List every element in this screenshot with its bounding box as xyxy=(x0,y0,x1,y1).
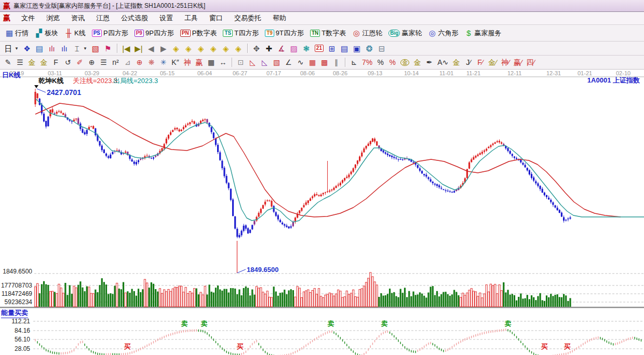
next-bar-button[interactable]: ▶ xyxy=(157,44,170,53)
web2-tool-button[interactable]: ✳ xyxy=(157,58,169,67)
gold-price2-tool-button[interactable]: 金 xyxy=(38,58,50,67)
angle-lines-tool-button[interactable]: ∠ xyxy=(283,58,294,67)
menu-tools[interactable]: 工具 xyxy=(179,12,204,24)
chart-canvas[interactable] xyxy=(0,70,644,355)
indicator-pane-title[interactable]: 能量买卖 xyxy=(1,308,28,318)
mini-chart-9-button[interactable]: ılı xyxy=(58,44,71,53)
percent-line-tool-button[interactable]: % xyxy=(386,58,398,67)
percent-tool-button[interactable]: % xyxy=(374,58,386,67)
sector-button[interactable]: ▞板块 xyxy=(32,28,61,39)
ink-flag-tool-button[interactable]: ✒ xyxy=(423,58,435,67)
p-square-button[interactable]: PSP四方形 xyxy=(89,28,131,39)
check-wave-tool-button[interactable]: ∿ xyxy=(294,58,306,67)
spiral-tool-button[interactable]: ↺ xyxy=(62,58,74,67)
compress-x-diamond-button[interactable]: ◈ xyxy=(207,44,220,53)
god-angle-tool-button[interactable]: 神∕ xyxy=(499,58,512,67)
notes-button[interactable]: ▤ xyxy=(338,44,351,53)
a-wave-tool-button[interactable]: A∿ xyxy=(435,58,450,67)
winner-wheel-button[interactable]: Big赢家轮 xyxy=(385,28,425,39)
print-button[interactable]: ⊟ xyxy=(375,44,388,53)
prev-bar-button[interactable]: ◀ xyxy=(145,44,157,53)
t-number-table-button[interactable]: TNT数字表 xyxy=(307,28,349,39)
candle-style-dropdown[interactable]: ⌶▼ xyxy=(71,44,89,53)
expand-x-diamond-button[interactable]: ◈ xyxy=(195,44,207,53)
p-number-table-button[interactable]: PNP数字表 xyxy=(177,28,220,39)
pen2-tool-button[interactable]: ✐ xyxy=(74,58,86,67)
percent7-tool-button[interactable]: 7% xyxy=(360,58,374,67)
circle-grid-tool-button[interactable]: ⊕ xyxy=(86,58,98,67)
info-document-button[interactable]: ▤ xyxy=(33,44,46,53)
save-button[interactable]: ▣ xyxy=(351,44,363,53)
shift-right-diamond-button[interactable]: ◈ xyxy=(182,44,195,53)
menu-browse[interactable]: 浏览 xyxy=(41,12,65,24)
menu-trade[interactable]: 交易委托 xyxy=(229,12,267,24)
t-square-button[interactable]: TST四方形 xyxy=(220,28,262,39)
grid-fan-tool-button[interactable]: ▧ xyxy=(271,58,283,67)
gold-circle-tool-button[interactable]: 金 xyxy=(398,58,411,67)
crosshair-button-icon: ✚ xyxy=(265,45,273,52)
win-angle-tool-button[interactable]: 赢∕ xyxy=(512,58,524,67)
mini-chart-3-button[interactable]: ılı xyxy=(46,44,58,53)
hexagon-button[interactable]: ◎六角形 xyxy=(425,28,461,39)
fib-tool-button[interactable]: F xyxy=(50,58,62,67)
grid-dense-tool-button[interactable]: ▦ xyxy=(306,58,318,67)
grid-dense2-tool-button[interactable]: ▩ xyxy=(318,58,330,67)
wave-tool-button[interactable]: ❃ xyxy=(300,44,313,53)
calculator-button[interactable]: ⊞ xyxy=(326,44,338,53)
winner-service-button[interactable]: $赢家服务 xyxy=(461,28,504,39)
p9-square-button[interactable]: P99P四方形 xyxy=(131,28,177,39)
web-save-button[interactable]: ❂ xyxy=(363,44,375,53)
grid123-tool-button[interactable]: ▦ xyxy=(205,58,217,67)
web-tool-button[interactable]: ❋ xyxy=(145,58,157,67)
box-select-tool-button[interactable]: ⊡ xyxy=(235,58,247,67)
width-tool-button[interactable]: ↔ xyxy=(217,58,229,67)
menu-settings[interactable]: 设置 xyxy=(154,12,179,24)
angle-a-tool-button[interactable]: ⊿ xyxy=(122,58,133,67)
period-day-dropdown[interactable]: 日▼ xyxy=(2,44,21,53)
gold-line-tool-button[interactable]: 金 xyxy=(411,58,423,67)
f-angle-tool-button[interactable]: F∕ xyxy=(474,58,486,67)
gann-box-tool-button[interactable]: ▨ xyxy=(288,44,300,53)
shift-left-diamond-button[interactable]: ◈ xyxy=(170,44,182,53)
target-tool-button[interactable]: ⊕ xyxy=(133,58,145,67)
pen-tool-button[interactable]: ✎ xyxy=(2,58,14,67)
fan-purple-tool-button[interactable]: ◺ xyxy=(259,58,271,67)
k-note-tool-button[interactable]: K″ xyxy=(169,58,181,67)
gann-wheel-button[interactable]: ◎江恩轮 xyxy=(349,28,385,39)
calendar-button[interactable]: 21 xyxy=(313,44,326,53)
formula-manager-button[interactable]: ▧ xyxy=(89,44,102,53)
menu-news[interactable]: 资讯 xyxy=(65,12,90,24)
pan-hand-button[interactable]: ✥ xyxy=(250,44,263,53)
first-bar-button[interactable]: |◀ xyxy=(120,44,132,53)
menu-formula-stock-pick[interactable]: 公式选股 xyxy=(115,12,154,24)
bar-scale-tool-button[interactable]: ⊾ xyxy=(348,58,360,67)
gold-price-tool-button[interactable]: 金 xyxy=(26,58,38,67)
chart-area[interactable]: 02-1903-1103-2904-2205-1506-0406-2707-17… xyxy=(0,70,644,355)
n-square-tool-button[interactable]: n² xyxy=(110,58,122,67)
gold-angle2-tool-button[interactable]: 金∕ xyxy=(486,58,499,67)
menu-help[interactable]: 帮助 xyxy=(267,12,292,24)
compress-all-diamond-button[interactable]: ◈ xyxy=(220,44,232,53)
grid-ruler-tool-button[interactable]: ☰ xyxy=(14,58,26,67)
god-tool-button[interactable]: 神 xyxy=(181,58,193,67)
fan-red-tool-button[interactable]: ◺ xyxy=(247,58,259,67)
menu-window[interactable]: 窗口 xyxy=(204,12,229,24)
toolbar-separator xyxy=(117,44,117,53)
network-chart-button[interactable]: ❖ xyxy=(21,44,33,53)
angle-measure-button[interactable]: ∡ xyxy=(275,44,288,53)
slash-lines-tool-button[interactable]: ∥ xyxy=(330,58,342,67)
win-tool-button[interactable]: 赢 xyxy=(193,58,205,67)
four-angle-tool-button[interactable]: 四∕ xyxy=(524,58,536,67)
menu-file[interactable]: 文件 xyxy=(16,12,41,24)
ruler2-tool-button[interactable]: ☰ xyxy=(98,58,110,67)
gold-angle-tool-button[interactable]: 金 xyxy=(450,58,462,67)
expand-all-diamond-button[interactable]: ◈ xyxy=(232,44,245,53)
kline-button[interactable]: ╫K线 xyxy=(61,28,89,39)
quote-button[interactable]: ▦行情 xyxy=(2,28,32,39)
crosshair-button[interactable]: ✚ xyxy=(263,44,275,53)
colored-flag-chart-button[interactable]: ⚑ xyxy=(102,44,114,53)
last-bar-button[interactable]: ▶| xyxy=(132,44,145,53)
menu-gann[interactable]: 江恩 xyxy=(90,12,115,24)
j-angle-tool-button[interactable]: J∕ xyxy=(462,58,474,67)
t9-square-button[interactable]: T99T四方形 xyxy=(262,28,307,39)
